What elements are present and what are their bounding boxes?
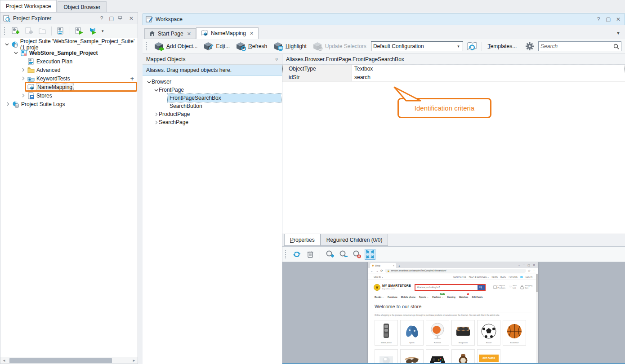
tab-required-children[interactable]: Required Children (0/0) <box>321 234 388 246</box>
collapse-panel-icon[interactable]: » <box>274 58 280 60</box>
refresh-icon <box>236 41 246 51</box>
chevron-down-icon[interactable] <box>146 80 152 84</box>
scroll-left-icon[interactable]: ◄ <box>0 359 8 363</box>
tree-item-advanced[interactable]: Advanced <box>0 66 138 74</box>
tree-item-project-suite-logs[interactable]: Project Suite Logs <box>0 100 138 108</box>
store-logo: ♛ MY-SMARTSTORE buy with a smile <box>374 284 411 291</box>
store-search-input <box>415 285 478 290</box>
property-row-idstr[interactable]: idStr search <box>282 73 625 82</box>
chevron-right-icon[interactable] <box>20 93 26 98</box>
maximize-icon[interactable]: ▢ <box>605 16 612 22</box>
run-dropdown-icon[interactable]: ▾ <box>100 29 105 33</box>
tree-item-project[interactable]: WebStore_Sample_Project <box>0 49 138 57</box>
refresh-image-icon[interactable] <box>291 249 302 260</box>
close-tab-icon[interactable]: ✕ <box>187 31 191 37</box>
gear-icon[interactable] <box>524 41 536 52</box>
alias-searchpage[interactable]: SearchPage <box>143 118 282 126</box>
toolbar-grip[interactable] <box>285 250 287 258</box>
tree-item-namemapping[interactable]: NameMapping <box>0 83 138 91</box>
alias-frontpagesearchbox[interactable]: FrontPageSearchBox <box>143 94 282 102</box>
zoom-out-icon[interactable] <box>338 249 348 260</box>
close-icon[interactable]: ✕ <box>128 15 135 22</box>
store-header: ♛ MY-SMARTSTORE buy with a smile <box>368 280 538 294</box>
horizontal-scrollbar[interactable]: ◄ ► <box>0 357 138 364</box>
run-project-icon[interactable] <box>73 26 85 36</box>
pin-icon[interactable] <box>118 16 125 21</box>
chevron-right-icon[interactable] <box>20 68 26 72</box>
refresh-button[interactable]: Refresh <box>234 40 269 52</box>
alias-productpage[interactable]: ProductPage <box>143 110 282 118</box>
help-icon[interactable]: ? <box>595 16 602 22</box>
toolbar-grip[interactable] <box>146 42 148 50</box>
add-new-item-icon[interactable] <box>23 26 35 36</box>
chevron-down-icon[interactable] <box>4 42 9 46</box>
tree-item-execution-plan[interactable]: Execution Plan <box>0 57 138 66</box>
search-input[interactable] <box>540 43 613 49</box>
chevron-right-icon[interactable] <box>153 120 159 124</box>
browser-window-controls: ⌄─▢✕ <box>518 263 538 268</box>
category-card: Basketball <box>503 320 526 346</box>
sale-badge: SALE <box>440 293 445 295</box>
game-controller-image <box>429 351 446 364</box>
property-row-objecttype[interactable]: ObjectType Textbox <box>282 65 625 73</box>
scrollbar-thumb[interactable] <box>9 358 112 363</box>
tab-start-page[interactable]: Start Page ✕ <box>144 28 196 39</box>
tree-item-stores[interactable]: Stores <box>0 91 138 100</box>
search-icon[interactable] <box>613 44 619 49</box>
lock-icon: 🔒 <box>387 270 390 272</box>
close-tab-icon[interactable]: ✕ <box>250 31 254 36</box>
zoom-reset-icon[interactable] <box>351 249 362 260</box>
configuration-combobox[interactable]: Default Configuration ▾ <box>371 41 463 51</box>
store-utility-bar: USD ($) ⌄ CONTACT US HELP & SERVICES ⌄ N… <box>368 274 538 280</box>
add-new-project-icon[interactable] <box>9 26 21 36</box>
edit-button[interactable]: Edit... <box>202 40 232 52</box>
close-icon[interactable]: ✕ <box>615 16 622 22</box>
highlight-icon <box>273 41 283 51</box>
add-object-button[interactable]: Add Object... <box>152 40 199 52</box>
fit-to-window-icon[interactable] <box>365 249 375 260</box>
highlight-button[interactable]: Highlight <box>272 40 308 52</box>
property-value[interactable]: Textbox <box>352 65 625 73</box>
templates-button[interactable]: Templates... <box>486 42 519 50</box>
close-tab-icon: × <box>393 264 394 267</box>
alias-searchbutton[interactable]: SearchButton <box>143 102 282 110</box>
preview-canvas[interactable]: Shop × + ⌄─▢✕ ←→⟳ <box>282 262 625 364</box>
chevron-right-icon[interactable] <box>20 76 26 80</box>
chevron-right-icon[interactable] <box>5 102 10 106</box>
tab-namemapping[interactable]: NameMapping ✕ <box>196 27 259 39</box>
delete-image-icon[interactable] <box>305 249 316 260</box>
maximize-icon[interactable]: ▢ <box>108 15 115 22</box>
project-explorer-toolbar: ▾ <box>0 24 138 38</box>
add-existing-item-icon[interactable] <box>36 26 48 36</box>
chevron-right-icon[interactable] <box>153 112 159 116</box>
chevron-down-icon[interactable] <box>13 51 18 55</box>
nav-fashion: FashionSALE <box>433 296 444 298</box>
toolbar-search-box[interactable] <box>538 41 621 51</box>
watch-image <box>454 351 472 364</box>
run-project-suite-icon[interactable] <box>87 26 98 36</box>
property-value[interactable]: search <box>352 73 625 81</box>
tab-object-browser[interactable]: Object Browser <box>58 1 106 12</box>
tab-list-dropdown-icon[interactable]: ▼ <box>616 31 621 36</box>
scroll-right-icon[interactable]: ► <box>130 359 138 363</box>
alias-browser[interactable]: Browser <box>143 78 282 86</box>
aliases-drop-bar[interactable]: Aliases. Drag mapped objects here. <box>143 65 282 76</box>
refresh-namemapping-icon[interactable] <box>466 41 478 52</box>
help-icon[interactable]: ? <box>98 15 105 22</box>
chevron-down-icon[interactable] <box>153 88 159 92</box>
tree-item-project-suite[interactable]: Project Suite 'WebStore_Sample_Project_S… <box>0 40 138 49</box>
tab-project-workspace[interactable]: Project Workspace <box>0 0 57 12</box>
hot-badge: % <box>467 293 469 295</box>
toolbar-grip[interactable] <box>4 27 6 35</box>
basketball-image <box>505 322 523 341</box>
identification-criteria-callout: Identification criteria <box>397 98 491 118</box>
alias-frontpage[interactable]: FrontPage <box>143 86 282 94</box>
tab-properties[interactable]: Properties <box>284 234 321 246</box>
zoom-in-icon[interactable] <box>324 249 335 260</box>
execution-plan-icon[interactable] <box>55 26 67 36</box>
tree-item-keywordtests[interactable]: KeywordTests + <box>0 74 138 83</box>
category-card: GIFT CARDS <box>477 349 500 364</box>
mapped-objects-panel: Mapped Objects » Aliases. Drag mapped ob… <box>143 54 282 364</box>
add-keyword-test-button[interactable]: + <box>130 75 134 82</box>
update-selectors-button[interactable]: Update Selectors <box>311 40 368 52</box>
